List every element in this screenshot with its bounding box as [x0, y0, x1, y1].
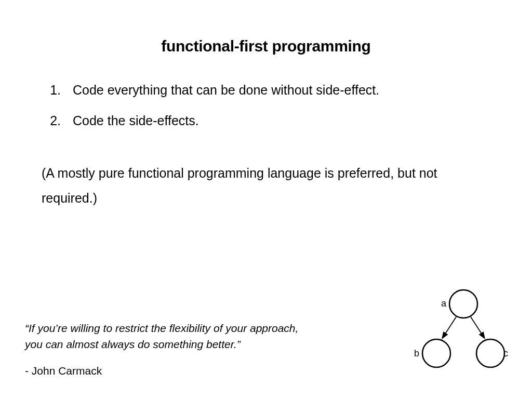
svg-point-0 — [450, 290, 478, 318]
svg-point-1 — [423, 340, 451, 368]
point-2: Code the side-effects. — [64, 112, 490, 130]
edge-a-c — [471, 317, 484, 338]
node-b-label: b — [414, 348, 419, 358]
tree-diagram: a b c — [396, 286, 510, 374]
slide-content: Code everything that can be done without… — [0, 55, 532, 210]
tree-diagram-svg: a b c — [396, 286, 510, 374]
quote-block: “If you’re willing to restrict the flexi… — [25, 321, 316, 377]
quote-attribution: - John Carmack — [25, 365, 316, 377]
quote-text: “If you’re willing to restrict the flexi… — [25, 321, 316, 352]
points-list: Code everything that can be done without… — [42, 81, 490, 130]
slide-title: functional-first programming — [0, 0, 532, 55]
node-c-label: c — [503, 348, 508, 358]
point-1: Code everything that can be done without… — [64, 81, 490, 99]
edge-a-b — [443, 317, 456, 338]
parenthetical-note: (A mostly pure functional programming la… — [42, 161, 490, 210]
node-a-label: a — [441, 298, 447, 309]
svg-point-2 — [477, 340, 505, 368]
